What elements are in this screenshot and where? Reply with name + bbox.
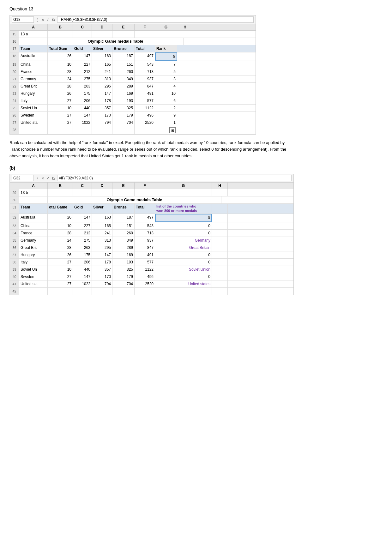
cell-f37[interactable]: 491	[135, 251, 155, 258]
confirm-icon-b[interactable]: ✓	[46, 176, 50, 181]
cell-b40[interactable]: 27	[48, 273, 73, 280]
cell-g42[interactable]	[155, 288, 212, 295]
cell-b35[interactable]: 24	[48, 237, 73, 244]
cell-d20[interactable]: 241	[92, 68, 112, 75]
cell-d25[interactable]: 357	[92, 105, 112, 111]
cell-h28[interactable]	[177, 126, 193, 134]
cell-e18[interactable]: 187	[112, 52, 135, 61]
cell-f29[interactable]	[135, 189, 155, 196]
cell-d35[interactable]: 313	[92, 237, 112, 244]
cell-c40[interactable]: 147	[73, 273, 92, 280]
cell-d17[interactable]: Silver	[92, 45, 112, 52]
cell-e27[interactable]: 704	[112, 119, 135, 126]
formula-input-a[interactable]	[57, 16, 254, 23]
cell-e28[interactable]	[112, 126, 135, 134]
cell-e22[interactable]: 289	[112, 83, 135, 90]
cell-c35[interactable]: 275	[73, 237, 92, 244]
cell-d39[interactable]: 357	[92, 266, 112, 273]
cell-a42[interactable]	[19, 288, 48, 295]
cell-e23[interactable]: 169	[112, 90, 135, 97]
cell-b27[interactable]: 27	[48, 119, 73, 126]
cell-c36[interactable]: 263	[73, 244, 92, 251]
cell-a19[interactable]: China	[19, 61, 48, 68]
cell-d31[interactable]: Silver	[92, 204, 112, 213]
formula-input-b[interactable]	[57, 175, 292, 181]
cell-c17[interactable]: Gold	[73, 45, 92, 52]
cell-h24[interactable]	[177, 97, 193, 104]
cell-f22[interactable]: 847	[135, 83, 155, 90]
cell-b34[interactable]: 28	[48, 230, 73, 237]
cell-a39[interactable]: Soviet Un	[19, 266, 48, 273]
cell-a41[interactable]: United sta	[19, 280, 48, 287]
cell-b20[interactable]: 28	[48, 68, 73, 75]
confirm-icon[interactable]: ✓	[46, 17, 50, 22]
cell-d28[interactable]	[92, 126, 112, 134]
cell-e15[interactable]	[112, 31, 135, 38]
cell-a38[interactable]: Italy	[19, 259, 48, 266]
cell-c31[interactable]: Gold	[73, 204, 92, 213]
cell-d19[interactable]: 165	[92, 61, 112, 68]
cell-e26[interactable]: 179	[112, 112, 135, 119]
cell-b25[interactable]: 10	[48, 105, 73, 111]
cell-h25[interactable]	[177, 105, 193, 111]
cell-c15[interactable]	[73, 31, 92, 38]
cell-f17[interactable]: Total	[135, 45, 155, 52]
cell-f38[interactable]: 577	[135, 259, 155, 266]
cell-h30[interactable]	[221, 196, 237, 203]
cell-d27[interactable]: 794	[92, 119, 112, 126]
cell-b17[interactable]: Total Gam	[48, 45, 73, 52]
cell-d24[interactable]: 178	[92, 97, 112, 104]
cell-d32[interactable]: 163	[92, 214, 112, 222]
cell-c41[interactable]: 1022	[73, 280, 92, 287]
cell-b41[interactable]: 27	[48, 280, 73, 287]
cell-f40[interactable]: 496	[135, 273, 155, 280]
cell-g39[interactable]: Soviet Union	[155, 266, 212, 273]
cell-d26[interactable]: 170	[92, 112, 112, 119]
cell-h18[interactable]	[177, 52, 193, 61]
cell-c26[interactable]: 147	[73, 112, 92, 119]
cell-g38[interactable]: 0	[155, 259, 212, 266]
cell-a21[interactable]: Germany	[19, 75, 48, 82]
cell-a35[interactable]: Germany	[19, 237, 48, 244]
cell-f28[interactable]	[135, 126, 155, 134]
cell-e40[interactable]: 179	[112, 273, 135, 280]
cell-e24[interactable]: 193	[112, 97, 135, 104]
cell-c34[interactable]: 212	[73, 230, 92, 237]
cell-h41[interactable]	[212, 280, 228, 287]
cell-h32[interactable]	[212, 214, 228, 222]
cell-g27[interactable]: 1	[155, 119, 177, 126]
cell-g36[interactable]: Great Britain	[155, 244, 212, 251]
cell-a30[interactable]	[19, 196, 48, 203]
cell-b19[interactable]: 10	[48, 61, 73, 68]
cancel-icon[interactable]: ×	[42, 17, 44, 22]
cell-c39[interactable]: 440	[73, 266, 92, 273]
cell-g33[interactable]: 0	[155, 222, 212, 229]
cell-f33[interactable]: 543	[135, 222, 155, 229]
cell-h35[interactable]	[212, 237, 228, 244]
quick-analysis-icon[interactable]: ⊞	[169, 127, 176, 133]
cell-c27[interactable]: 1022	[73, 119, 92, 126]
cell-a34[interactable]: France	[19, 230, 48, 237]
cell-f42[interactable]	[135, 288, 155, 295]
cell-d33[interactable]: 165	[92, 222, 112, 229]
cell-f25[interactable]: 1122	[135, 105, 155, 111]
cell-c21[interactable]: 275	[73, 75, 92, 82]
cell-b36[interactable]: 28	[48, 244, 73, 251]
cell-h23[interactable]	[177, 90, 193, 97]
cell-g22[interactable]: 4	[155, 83, 177, 90]
cell-d37[interactable]: 147	[92, 251, 112, 258]
cell-g18[interactable]: 8	[155, 52, 177, 61]
cell-c22[interactable]: 263	[73, 83, 92, 90]
cell-a15[interactable]: 13 a	[19, 31, 48, 38]
cell-f26[interactable]: 496	[135, 112, 155, 119]
cell-h33[interactable]	[212, 222, 228, 229]
cell-h39[interactable]	[212, 266, 228, 273]
cell-f32[interactable]: 497	[135, 214, 155, 222]
cell-c42[interactable]	[73, 288, 92, 295]
cell-h27[interactable]	[177, 119, 193, 126]
cell-f24[interactable]: 577	[135, 97, 155, 104]
cell-g21[interactable]: 3	[155, 75, 177, 82]
cell-c32[interactable]: 147	[73, 214, 92, 222]
cell-a23[interactable]: Hungary	[19, 90, 48, 97]
cell-f19[interactable]: 543	[135, 61, 155, 68]
